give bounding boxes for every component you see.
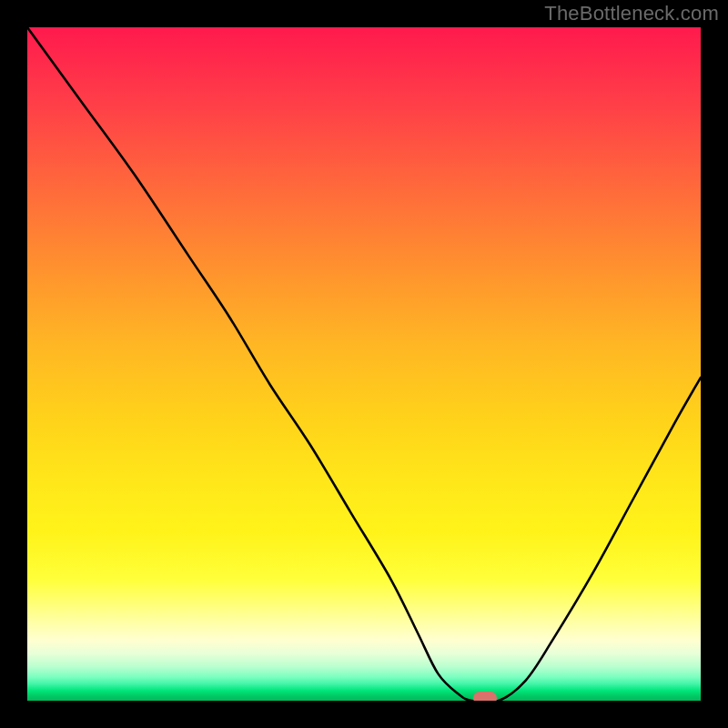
- watermark-text: TheBottleneck.com: [544, 2, 719, 25]
- bottleneck-curve: [27, 27, 701, 701]
- plot-area: [27, 27, 701, 701]
- curve-layer: [27, 27, 701, 701]
- optimal-point-marker: [473, 692, 497, 701]
- chart-frame: TheBottleneck.com: [0, 0, 728, 728]
